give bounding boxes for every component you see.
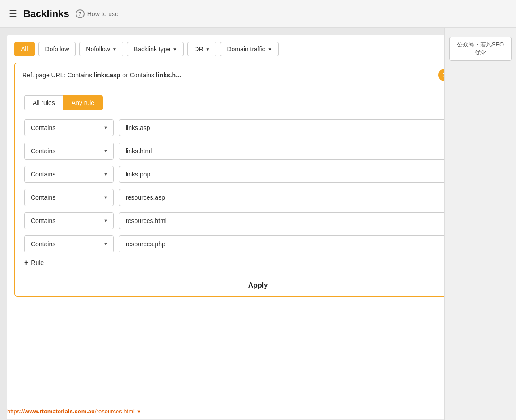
filter-summary-text: Ref. page URL: Contains links.asp or Con… [22,71,433,79]
rule-3-value-input[interactable] [119,166,476,183]
rule-3-condition-wrap: Contains Does not contain Starts with En… [24,166,114,183]
bottom-url-bar: https://www.rtomaterials.com.au/resource… [7,403,509,419]
nofollow-chevron-icon: ▼ [112,47,117,52]
rule-4-condition-wrap: Contains Does not contain Starts with En… [24,189,114,206]
apply-button[interactable]: Apply [248,281,268,290]
rule-row-2: Contains Does not contain Starts with En… [24,143,492,160]
filter-all-button[interactable]: All [14,42,35,56]
rule-6-condition-wrap: Contains Does not contain Starts with En… [24,235,114,252]
rule-row-1: Contains Does not contain Starts with En… [24,119,492,136]
rule-4-value-input[interactable] [119,189,476,206]
app-title: Backlinks [23,8,69,20]
right-panel: 公众号・若凡SEO优化 [444,28,516,420]
rule-row-4: Contains Does not contain Starts with En… [24,189,492,206]
rule-1-value-input[interactable] [119,119,476,136]
rule-5-value-input[interactable] [119,212,476,229]
wechat-badge: 公众号・若凡SEO优化 [449,37,512,61]
app-header: ☰ Backlinks ? How to use [0,0,516,28]
rules-section: All rules Any rule Contains Does not con… [15,87,501,275]
hamburger-icon[interactable]: ☰ [9,8,17,19]
rule-6-value-input[interactable] [119,235,476,252]
rule-6-condition-select[interactable]: Contains Does not contain Starts with En… [24,235,114,252]
rule-2-value-input[interactable] [119,143,476,160]
filter-summary-bar: Ref. page URL: Contains links.asp or Con… [15,63,501,87]
filter-nofollow-button[interactable]: Nofollow ▼ [79,42,123,56]
backlink-type-chevron-icon: ▼ [173,47,177,52]
filter-backlink-type-button[interactable]: Backlink type ▼ [127,42,184,56]
rule-row-3: Contains Does not contain Starts with En… [24,166,492,183]
rule-tabs: All rules Any rule [24,95,492,110]
domain-traffic-chevron-icon: ▼ [268,47,272,52]
filter-dofollow-button[interactable]: Dofollow [38,42,76,56]
rule-4-condition-select[interactable]: Contains Does not contain Starts with En… [24,189,114,206]
dr-chevron-icon: ▼ [206,47,210,52]
rule-2-condition-select[interactable]: Contains Does not contain Starts with En… [24,143,114,160]
filter-bar: All Dofollow Nofollow ▼ Backlink type ▼ … [14,42,502,56]
add-rule-button[interactable]: + Rule [24,259,44,267]
help-circle-icon: ? [76,9,85,18]
tab-all-rules[interactable]: All rules [24,95,63,110]
tab-any-rule[interactable]: Any rule [63,95,103,110]
rule-1-condition-wrap: Contains Does not contain Starts with En… [24,119,114,136]
add-rule-plus-icon: + [24,259,28,267]
apply-bar: Apply [15,275,501,296]
rule-5-condition-wrap: Contains Does not contain Starts with En… [24,212,114,229]
rule-row-6: Contains Does not contain Starts with En… [24,235,492,252]
rule-5-condition-select[interactable]: Contains Does not contain Starts with En… [24,212,114,229]
rule-1-condition-select[interactable]: Contains Does not contain Starts with En… [24,119,114,136]
rule-3-condition-select[interactable]: Contains Does not contain Starts with En… [24,166,114,183]
rule-2-condition-wrap: Contains Does not contain Starts with En… [24,143,114,160]
filter-panel: Ref. page URL: Contains links.asp or Con… [14,63,502,297]
filter-dr-button[interactable]: DR ▼ [187,42,216,56]
rule-row-5: Contains Does not contain Starts with En… [24,212,492,229]
url-link[interactable]: https://www.rtomaterials.com.au/resource… [7,408,135,415]
filter-domain-traffic-button[interactable]: Domain traffic ▼ [220,42,279,56]
main-content: All Dofollow Nofollow ▼ Backlink type ▼ … [7,35,509,419]
url-chevron-down-icon: ▼ [136,409,141,414]
how-to-use-label: How to use [87,10,118,17]
help-button[interactable]: ? How to use [76,9,118,18]
